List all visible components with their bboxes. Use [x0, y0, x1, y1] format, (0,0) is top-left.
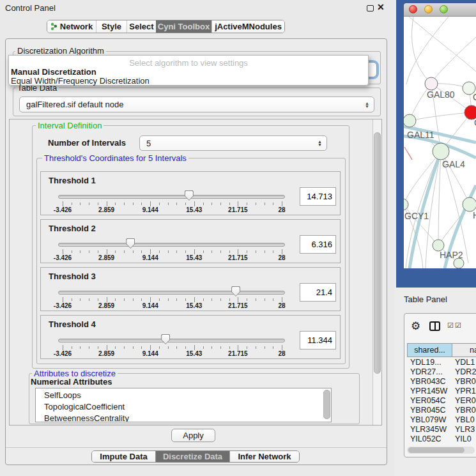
table-cell[interactable]: YBR0: [452, 377, 476, 387]
table-cell[interactable]: YBR043C: [407, 377, 452, 387]
tab-impute-data[interactable]: Impute Data: [92, 451, 155, 462]
table-cell[interactable]: YLR3: [452, 425, 476, 434]
gear-icon[interactable]: ⚙: [411, 319, 420, 333]
table-cell[interactable]: YPR1: [452, 387, 476, 396]
minimize-traffic-light-icon[interactable]: [424, 5, 433, 13]
checkbox-icon[interactable]: ☑: [447, 321, 454, 330]
threshold-4-panel: Threshold 4 -3.4262.8599.14415.4321.7152…: [40, 315, 341, 359]
table-cell[interactable]: YER0: [452, 396, 476, 406]
column-header-name[interactable]: na: [452, 343, 476, 357]
table-cell[interactable]: YPR145W: [407, 387, 452, 396]
table-cell[interactable]: YBR0: [452, 406, 476, 415]
slider-track[interactable]: [58, 339, 285, 342]
threshold-1-value-input[interactable]: [300, 187, 336, 206]
table-cell[interactable]: YDL1: [452, 358, 476, 367]
number-of-intervals-combobox[interactable]: 5 ▲▼: [139, 135, 327, 151]
network-window-titlebar[interactable]: [404, 3, 476, 17]
tab-impute-data-label: Impute Data: [100, 452, 147, 461]
table-cell[interactable]: YLR345W: [407, 425, 452, 434]
network-node[interactable]: [454, 258, 464, 268]
table-panel-title: Table Panel: [404, 295, 447, 304]
network-node[interactable]: [425, 77, 438, 90]
table-cell[interactable]: YBR045C: [407, 406, 452, 415]
dropdown-placeholder-option[interactable]: Select algorithm to view settings: [9, 58, 368, 68]
columns-icon[interactable]: [429, 321, 440, 331]
slider-thumb[interactable]: [126, 238, 135, 249]
table-cell[interactable]: YBL0: [452, 415, 476, 425]
table-cell[interactable]: YDR2: [452, 367, 476, 377]
table-data-value: galFiltered.sif default node: [20, 100, 365, 109]
table-row[interactable]: YBL079WYBL0: [407, 415, 476, 425]
network-graph: GAL80GACGAL11GAL4GCY1HHAP2: [404, 17, 476, 268]
tab-discretize-data[interactable]: Discretize Data: [155, 451, 229, 462]
slider-track[interactable]: [58, 291, 285, 295]
dropdown-option-manual-discretization[interactable]: Manual Discretization: [11, 67, 96, 77]
table-cell[interactable]: YBL079W: [407, 415, 452, 425]
tab-cyni-toolbox[interactable]: Cyni Toolbox: [156, 20, 211, 33]
threshold-2-value-input[interactable]: [300, 235, 336, 254]
threshold-coordinates-label: Threshold's Coordinates for 5 Intervals: [42, 153, 188, 163]
threshold-4-value-input[interactable]: [300, 331, 336, 349]
table-row[interactable]: YIL052CYIL0: [407, 434, 476, 444]
network-node[interactable]: [463, 197, 476, 211]
zoom-traffic-light-icon[interactable]: [440, 5, 448, 13]
interval-definition-label: Interval Definition: [36, 121, 104, 130]
table-row[interactable]: YDR27...YDR2: [407, 367, 476, 377]
scrollbar-thumb[interactable]: [374, 132, 381, 374]
tab-infer-network[interactable]: Infer Network: [229, 451, 299, 462]
table-row[interactable]: YBR043CYBR0: [407, 377, 476, 387]
combo-spinner-icon: ▲▼: [318, 140, 322, 146]
attribute-list-item[interactable]: BetweennessCentrality: [36, 411, 331, 422]
network-node[interactable]: [404, 114, 416, 127]
slider-thumb[interactable]: [231, 286, 240, 296]
tab-network[interactable]: Network: [47, 20, 96, 33]
close-traffic-light-icon[interactable]: [409, 5, 417, 13]
attribute-list-item[interactable]: TopologicalCoefficient: [36, 400, 331, 411]
table-row[interactable]: YLR345WYLR3: [407, 425, 476, 434]
divider: [6, 447, 387, 448]
slider-track[interactable]: [58, 243, 285, 247]
table-cell[interactable]: YDL19...: [407, 358, 452, 367]
float-window-icon[interactable]: [367, 5, 374, 12]
column-header-shared-name[interactable]: shared...: [407, 343, 452, 357]
table-row[interactable]: YPR145WYPR1: [407, 387, 476, 396]
network-node-label: GAL80: [427, 89, 455, 100]
close-icon[interactable]: ✕: [377, 2, 385, 12]
network-canvas[interactable]: GAL80GACGAL11GAL4GCY1HHAP2: [404, 17, 476, 268]
slider-thumb[interactable]: [185, 190, 194, 201]
apply-button[interactable]: Apply: [171, 429, 215, 442]
table-data-combobox[interactable]: galFiltered.sif default node ▲▼: [19, 96, 374, 112]
horizontal-scrollbar-thumb[interactable]: [408, 447, 464, 453]
tab-discretize-data-label: Discretize Data: [163, 452, 222, 461]
number-of-intervals-label: Number of Intervals: [48, 138, 126, 148]
slider-track[interactable]: [58, 195, 285, 199]
tab-select[interactable]: Select: [127, 20, 156, 33]
threshold-3-value-input[interactable]: [300, 283, 336, 302]
dropdown-option-equal-width[interactable]: Equal Width/Frequency Discretization: [11, 76, 150, 86]
threshold-3-panel: Threshold 3 -3.4262.8599.14415.4321.7152…: [40, 267, 341, 311]
threshold-1-panel: Threshold 1 -3.4262.8599.14415.4321.7152…: [40, 171, 341, 215]
tab-jactivemnodules[interactable]: jActiveMNodules: [211, 20, 284, 33]
tab-cyni-toolbox-label: Cyni Toolbox: [158, 22, 210, 31]
table-row[interactable]: YDL19...YDL1: [407, 358, 476, 367]
table-row[interactable]: YER054CYER0: [407, 396, 476, 406]
table-cell[interactable]: YDR27...: [407, 367, 452, 377]
number-of-intervals-value: 5: [140, 139, 318, 148]
slider-thumb[interactable]: [161, 334, 170, 344]
table-row[interactable]: YBR045CYBR0: [407, 406, 476, 415]
panel-title: Control Panel: [5, 3, 56, 13]
attribute-list-item[interactable]: SelfLoops: [36, 388, 331, 400]
network-node[interactable]: [404, 199, 408, 210]
tab-infer-network-label: Infer Network: [238, 452, 291, 461]
table-cell[interactable]: YIL0: [452, 434, 476, 444]
checkbox-icon[interactable]: ☑: [455, 321, 461, 330]
slider-tick-labels: -3.4262.8599.14415.4321.71528: [63, 206, 282, 214]
table-cell[interactable]: YIL052C: [407, 434, 452, 444]
numerical-attributes-list[interactable]: SelfLoopsTopologicalCoefficientBetweenne…: [35, 388, 332, 422]
network-node[interactable]: [433, 143, 449, 160]
red-edge: [404, 147, 412, 160]
table-cell[interactable]: YER054C: [407, 396, 452, 406]
tab-style[interactable]: Style: [96, 20, 127, 33]
slider-tick-labels: -3.4262.8599.14415.4321.71528: [63, 350, 282, 358]
attributes-list-scrollbar-thumb[interactable]: [323, 390, 330, 419]
